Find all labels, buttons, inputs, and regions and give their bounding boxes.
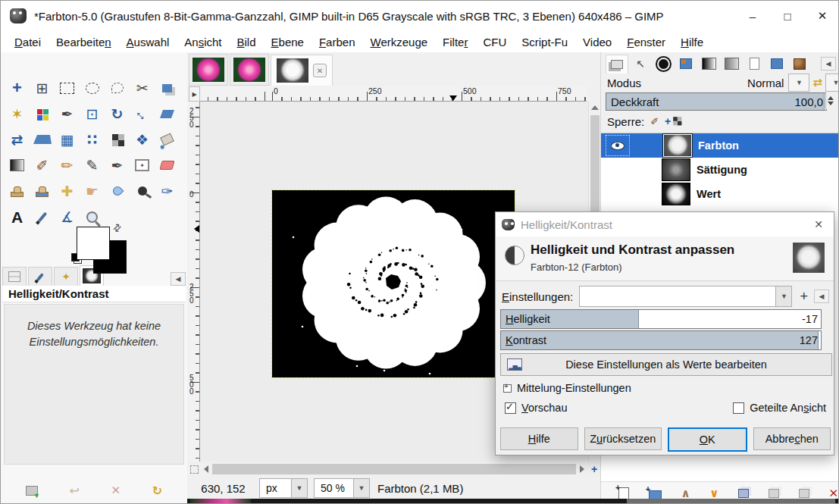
heal-tool-icon[interactable]: ✚	[55, 178, 80, 204]
lock-alpha-icon[interactable]	[673, 117, 678, 121]
layer-thumbnail[interactable]	[663, 134, 692, 157]
close-button[interactable]: ✕	[805, 2, 839, 30]
clone-tool-icon[interactable]	[5, 178, 30, 204]
foreground-select-tool-icon[interactable]	[155, 75, 180, 101]
layer-row-farbton[interactable]: Farbton	[601, 133, 839, 158]
opacity-spinner[interactable]	[825, 92, 835, 109]
image-menu-button[interactable]: ▶	[189, 86, 200, 102]
cancel-button[interactable]: Abbrechen	[753, 427, 831, 450]
menu-bild[interactable]: Bild	[230, 33, 264, 51]
ink-pen-tool-icon[interactable]: ✑	[155, 178, 180, 204]
color-picker-tool-icon[interactable]	[30, 204, 55, 230]
menu-ebene[interactable]: Ebene	[264, 33, 311, 51]
perspective-clone-tool-icon[interactable]	[30, 178, 55, 204]
gradient-tool-icon[interactable]	[5, 152, 30, 178]
minimize-button[interactable]: –	[735, 2, 770, 30]
rotate-tool-icon[interactable]: ↻	[105, 101, 130, 127]
select-by-color-tool-icon[interactable]	[30, 101, 55, 127]
dock-collapse-icon[interactable]: ◀	[171, 272, 186, 286]
blending-options-expander[interactable]: Mittelung-Einstellungen	[503, 382, 631, 394]
presets-menu-icon[interactable]: ◀	[814, 290, 829, 303]
bucket-fill-tool-icon[interactable]	[155, 127, 180, 152]
perspective-tool-icon[interactable]	[30, 127, 55, 152]
image-tab-dahlia-1[interactable]	[189, 54, 228, 86]
paintbrush-tool-icon[interactable]: ✐	[30, 152, 55, 178]
reset-button[interactable]: Zurücksetzen	[584, 427, 662, 450]
navigation-pan-icon[interactable]: +	[588, 462, 600, 477]
fuzzy-select-tool-icon[interactable]: ✶	[5, 101, 30, 127]
presets-combobox[interactable]: ▼	[579, 286, 792, 307]
flip-tool-icon[interactable]: ⇄	[5, 127, 30, 152]
text-tool-icon[interactable]: A	[5, 204, 30, 230]
menu-cfu[interactable]: CFU	[475, 33, 514, 51]
tab-document-history[interactable]	[744, 55, 765, 73]
menu-bearbeiten[interactable]: Bearbeiten	[49, 33, 119, 51]
menu-farben[interactable]: Farben	[311, 33, 363, 51]
menu-hilfe[interactable]: Hilfe	[673, 33, 711, 51]
quick-mask-toggle[interactable]	[189, 462, 200, 477]
merge-down-icon[interactable]	[769, 489, 779, 498]
canvas-image[interactable]	[272, 190, 515, 377]
help-button[interactable]: Hilfe	[500, 427, 578, 450]
visibility-toggle[interactable]	[606, 160, 628, 180]
presets-dropdown-icon[interactable]: ▼	[775, 286, 791, 306]
warp-transform-tool-icon[interactable]	[105, 127, 130, 152]
tab-patterns[interactable]	[789, 55, 810, 73]
tab-gradients[interactable]	[698, 55, 719, 73]
fg-bg-color-widget[interactable]: ⇄	[74, 225, 131, 269]
tab-palettes[interactable]	[721, 55, 742, 73]
new-layer-icon[interactable]	[618, 487, 629, 499]
dialog-close-icon[interactable]: ✕	[803, 218, 834, 230]
mode-dropdown-icon[interactable]: ▼	[788, 74, 809, 92]
lock-position-icon[interactable]: +	[665, 116, 671, 127]
alignment-tool-icon[interactable]: ⊞	[30, 75, 55, 101]
visibility-toggle[interactable]	[606, 135, 630, 156]
tab-fonts[interactable]	[675, 55, 697, 73]
menu-ansicht[interactable]: Ansicht	[177, 33, 229, 51]
close-tab-icon[interactable]: ✕	[313, 64, 327, 77]
maximize-button[interactable]: □	[770, 2, 805, 30]
contrast-slider[interactable]: Kontrast 127	[500, 330, 822, 350]
reset-options-icon[interactable]: ↻	[152, 484, 162, 498]
menu-fenster[interactable]: Fenster	[619, 33, 673, 51]
delete-presets-icon[interactable]: ✕	[111, 484, 121, 497]
move-tool-icon[interactable]: +	[5, 75, 30, 101]
scissors-select-tool-icon[interactable]: ✂	[130, 75, 155, 101]
image-tab-farbton-active[interactable]: ✕	[271, 55, 333, 86]
ellipse-select-tool-icon[interactable]	[80, 75, 105, 101]
tab-device-status[interactable]	[28, 267, 52, 286]
dialog-title-bar[interactable]: Helligkeit/Kontrast ✕	[496, 212, 834, 236]
dodge-burn-tool-icon[interactable]	[130, 178, 155, 204]
menu-video[interactable]: Video	[575, 33, 619, 51]
layer-name[interactable]: Sättigung	[697, 164, 747, 176]
dock-collapse-icon[interactable]: ◀	[821, 57, 836, 70]
add-mask-icon[interactable]	[799, 489, 809, 498]
lock-pixels-icon[interactable]: ✐	[650, 117, 659, 127]
scroll-up-icon[interactable]	[591, 105, 599, 110]
zoom-dropdown-icon[interactable]: ▼	[353, 479, 369, 497]
opacity-slider[interactable]: Deckkraft 100,0	[606, 92, 827, 111]
3d-transform-tool-icon[interactable]: ▦	[55, 127, 80, 152]
scroll-left-icon[interactable]	[204, 465, 208, 473]
tab-images[interactable]	[766, 55, 787, 73]
unified-transform-tool-icon[interactable]: ⊡	[80, 101, 105, 127]
contrast-value[interactable]: 127	[800, 334, 821, 346]
unit-dropdown-icon[interactable]: ▼	[291, 479, 307, 497]
save-presets-icon[interactable]	[26, 486, 38, 496]
cage-transform-tool-icon[interactable]: ❖	[130, 127, 155, 152]
shear-tool-icon[interactable]	[155, 101, 180, 127]
edit-as-levels-button[interactable]: ▂▅▃ Diese Einstellungen als Werte bearbe…	[500, 353, 832, 376]
layer-thumbnail[interactable]	[662, 183, 690, 205]
ok-button[interactable]: OK	[668, 427, 747, 452]
foreground-color-swatch[interactable]	[77, 227, 110, 260]
paths-tool-icon[interactable]: ✒	[55, 101, 80, 127]
blend-space-dropdown-icon[interactable]: ▼	[825, 74, 839, 92]
image-tab-dahlia-2[interactable]	[230, 54, 269, 86]
tab-paths[interactable]: ↖	[630, 55, 651, 73]
handle-transform-tool-icon[interactable]: ∷	[80, 127, 105, 152]
restore-presets-icon[interactable]: ↩	[69, 484, 79, 498]
mypaint-brush-tool-icon[interactable]: ✦	[130, 152, 155, 178]
menu-werkzeuge[interactable]: Werkzeuge	[362, 33, 435, 51]
horizontal-scroll-thumb[interactable]	[212, 464, 576, 474]
tab-tool-presets[interactable]: ✦	[54, 267, 78, 286]
